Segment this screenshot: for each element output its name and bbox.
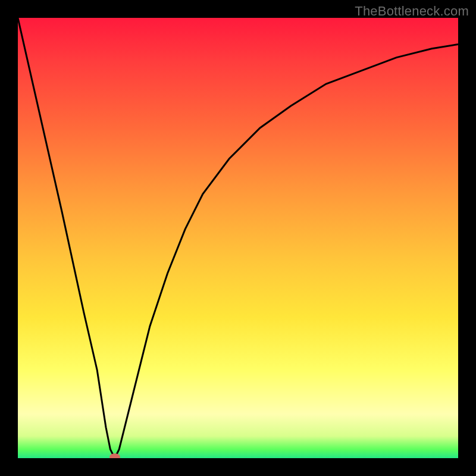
chart-frame: TheBottleneck.com — [0, 0, 476, 476]
plot-area — [18, 18, 458, 458]
bottleneck-curve — [18, 18, 458, 458]
minimum-marker — [109, 453, 120, 458]
curve-layer — [18, 18, 458, 458]
attribution-text: TheBottleneck.com — [355, 4, 469, 19]
